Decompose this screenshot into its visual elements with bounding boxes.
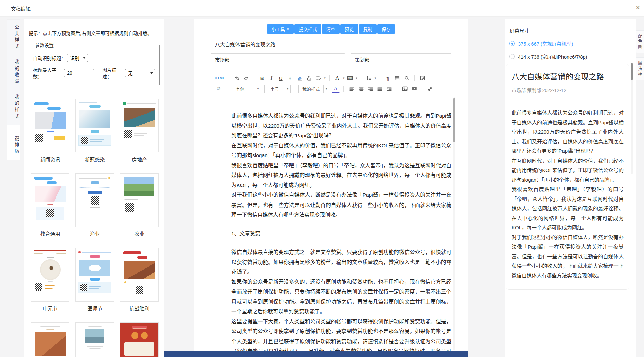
- params-legend: 参数设置: [34, 42, 55, 48]
- font-size-select[interactable]: 字号 ▾: [264, 85, 291, 93]
- redo-icon[interactable]: [242, 74, 250, 82]
- editor-panel: 小工具 ∨ 提交样式 清空 预览 复制 保存 HTML B: [194, 19, 468, 357]
- template-label: 渔业: [75, 230, 114, 237]
- editor-body[interactable]: 此前很多自媒体人都认为公众号的红利期已过，对于自媒体人的前途也是极其悲观。直到P…: [231, 111, 451, 351]
- params-fieldset: 参数设置 自动识别标题： 识别 标题最大字数： 图片描述： 无: [29, 42, 160, 85]
- paragraph: 微信自媒体最直接的变现方式之一就是文章赞赏。只要获得了原创功能的微信公众号，很快…: [231, 247, 451, 277]
- paragraph: 此前很多自媒体人都认为公众号的红利期已过，对于自媒体人的前途也是极其悲观。直到P…: [512, 108, 624, 156]
- article-title-input[interactable]: [211, 38, 451, 50]
- template-card-fishery[interactable]: [75, 173, 114, 227]
- template-art: [76, 177, 114, 208]
- department-input[interactable]: [351, 53, 451, 65]
- template-cell: 新闻资讯: [31, 99, 69, 162]
- align-justify-icon[interactable]: [376, 85, 384, 93]
- chevron-down-icon[interactable]: ▾: [324, 76, 326, 80]
- template-art: [120, 177, 158, 212]
- scrollbar-thumb[interactable]: [631, 63, 633, 80]
- auto-title-label: 自动识别标题：: [33, 55, 66, 61]
- template-card-zhongyuan[interactable]: [31, 248, 69, 302]
- tab-color-scheme[interactable]: 配色图: [636, 30, 644, 53]
- undo-icon[interactable]: [233, 74, 241, 82]
- paragraph: 这里要提醒一下大家，个人类型和公司类型的帐号都可以获得原创保护功能和赞赏功能。但…: [231, 317, 451, 352]
- paragraph-mark-button[interactable]: ¶: [384, 74, 392, 82]
- template-art: [31, 102, 69, 142]
- strikethrough-button[interactable]: Ŧ: [286, 74, 294, 82]
- author-input[interactable]: [211, 53, 345, 65]
- insert-video-icon[interactable]: [410, 85, 418, 93]
- align-left-icon[interactable]: [347, 85, 356, 93]
- font-family-select[interactable]: 字体 ▾: [225, 85, 261, 93]
- tab-one-click-layout[interactable]: 一键排版: [7, 125, 20, 160]
- image-desc-select[interactable]: 无: [125, 69, 155, 77]
- my-style-select[interactable]: 我的样式 ▾: [298, 85, 329, 93]
- template-cell: [120, 322, 159, 357]
- template-card-doctors-day[interactable]: [75, 248, 114, 302]
- template-cell: [31, 322, 69, 357]
- format-brush-icon[interactable]: [305, 74, 313, 82]
- template-label: 新冠感染: [75, 155, 114, 162]
- max-chars-input[interactable]: [64, 69, 94, 77]
- chevron-down-icon[interactable]: ▾: [356, 76, 357, 80]
- insert-link-icon[interactable]: [426, 85, 434, 93]
- italic-button[interactable]: I: [267, 74, 275, 82]
- chevron-down-icon[interactable]: ▾: [375, 76, 376, 80]
- template-card-partial-3[interactable]: [120, 322, 159, 357]
- auto-title-select[interactable]: 识别: [67, 54, 88, 62]
- preview-button[interactable]: 预览: [340, 24, 358, 34]
- close-icon[interactable]: ×: [636, 3, 640, 12]
- template-card-realestate[interactable]: [120, 99, 159, 152]
- tab-public-styles[interactable]: 公共样式: [7, 20, 20, 55]
- screen-size-option-414[interactable]: 414 x 736 (宽屏如iPhone6/7/8p): [509, 53, 636, 60]
- preview-title: 八大自媒体营销的变现之路: [512, 72, 624, 82]
- underline-button[interactable]: U: [277, 74, 285, 82]
- tab-my-favorites[interactable]: 我的收藏: [7, 55, 20, 90]
- chevron-down-icon[interactable]: ▾: [343, 76, 345, 80]
- template-card-news[interactable]: [31, 99, 69, 152]
- align-right-icon[interactable]: [366, 85, 374, 93]
- bold-button[interactable]: B: [258, 74, 266, 82]
- insert-image-icon[interactable]: [401, 85, 409, 93]
- align-center-icon[interactable]: [357, 85, 365, 93]
- clear-button[interactable]: 清空: [322, 24, 340, 34]
- tab-magic-wand[interactable]: 魔法棒: [636, 57, 644, 80]
- chevron-down-icon: ▾: [323, 85, 329, 93]
- submit-style-button[interactable]: 提交样式: [294, 24, 321, 34]
- tools-button[interactable]: 小工具 ∨: [267, 24, 294, 34]
- emoji-icon[interactable]: ☺: [215, 85, 223, 93]
- save-button[interactable]: 保存: [377, 24, 395, 34]
- radio-icon: [509, 54, 515, 59]
- clear-format-icon[interactable]: [418, 74, 426, 82]
- auto-title-value: 识别: [70, 55, 79, 61]
- search-icon[interactable]: [402, 74, 411, 82]
- toolbar-divider: [361, 75, 361, 81]
- tab-my-styles[interactable]: 我的样式: [7, 90, 20, 125]
- html-source-button[interactable]: HTML: [215, 74, 225, 82]
- text-style-button[interactable]: A: [332, 85, 340, 93]
- template-card-victory[interactable]: [120, 248, 159, 302]
- copy-button[interactable]: 复制: [359, 24, 377, 34]
- template-label: 中元节: [31, 305, 69, 311]
- template-card-partial-2[interactable]: [75, 322, 114, 357]
- table-icon[interactable]: [393, 74, 401, 82]
- indent-icon[interactable]: [385, 85, 393, 93]
- paragraph: 我很喜欢百度贴吧里「帝吧」（李毅吧）的口号「帝吧，众人皆帝」，我认为这是互联网时…: [512, 185, 624, 233]
- line-height-icon[interactable]: [365, 74, 373, 82]
- chevron-down-icon: ▾: [285, 85, 290, 93]
- eraser-icon[interactable]: [296, 74, 304, 82]
- scrollbar-thumb[interactable]: [453, 98, 455, 142]
- template-card-partial-1[interactable]: [31, 322, 69, 357]
- template-label: 农业: [120, 230, 159, 237]
- font-color-button[interactable]: A: [333, 74, 341, 82]
- editor-scrollbar[interactable]: [453, 97, 455, 350]
- window-title: 文稿编辑: [11, 5, 31, 12]
- screen-size-option-375[interactable]: 375 x 667 (常规屏幕机型): [509, 40, 636, 47]
- template-card-covid[interactable]: [75, 99, 114, 152]
- paragraph: 对于我们这些小小的微信自媒体人，断然是没有办法像「Papi酱」一样获得投资人的关…: [231, 190, 451, 220]
- template-card-agriculture[interactable]: [120, 173, 159, 227]
- toolbar-divider: [397, 86, 397, 92]
- section-heading: 1、文章赞赏: [231, 229, 451, 239]
- template-card-education[interactable]: [31, 173, 69, 227]
- background-color-button[interactable]: ab: [346, 74, 354, 82]
- style-tab-strip: 公共样式 我的收藏 我的样式 一键排版: [7, 19, 20, 160]
- text-rule-edit-icon[interactable]: [314, 74, 322, 82]
